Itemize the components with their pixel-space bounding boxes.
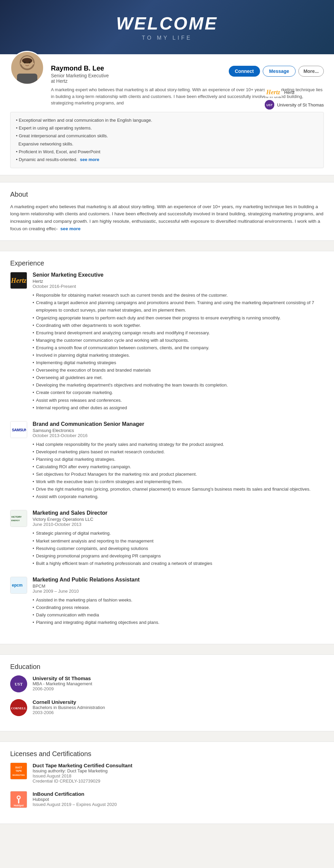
victory-logo-text: VICTORY ENERGY — [11, 510, 27, 527]
banner-subtitle: TO MY LIFE — [142, 35, 192, 41]
edu-content-ust: University of St Thomas MBA - Marketing … — [33, 675, 92, 692]
exp-item-victory: VICTORY ENERGY Marketing and Sales Direc… — [10, 510, 324, 567]
hertz-exp-logo-text: Hertz — [11, 272, 27, 289]
svg-text:epcm: epcm — [12, 583, 22, 588]
cert-item-hubspot: HubSpot InBound Certification Hubspot Is… — [10, 791, 324, 808]
svg-text:VICTORY: VICTORY — [11, 516, 22, 518]
bullet-item: Designing promotional programs and devel… — [33, 552, 324, 560]
university-logo: UST — [265, 100, 274, 110]
cert-issuer-duct: Issuing authority: Duct Tape Marketing — [33, 768, 132, 773]
svg-text:ENERGY: ENERGY — [11, 519, 20, 521]
skill-4: Expansive networking skills. — [16, 140, 318, 148]
experience-section: Experience Hertz Senior Marketing Execut… — [0, 251, 334, 644]
bullet-item: Set objectives for Product Managers for … — [33, 471, 324, 478]
certifications-section: Licenses and Certifications DUCT TAPE MA… — [0, 742, 334, 824]
exp-role-epcm: Marketing And Public Relations Assistant — [33, 577, 324, 583]
samsung-logo-text: SAMSUNG — [11, 421, 27, 438]
epcm-logo-text: epcm — [11, 577, 27, 593]
exp-role-victory: Marketing and Sales Director — [33, 510, 324, 516]
exp-bullets-victory: Strategic planning of digital marketing.… — [33, 530, 324, 567]
exp-bullets-hertz: Responsible for obtaining market researc… — [33, 292, 324, 412]
svg-text:MARKETING: MARKETING — [13, 774, 25, 776]
more-button[interactable]: More... — [298, 66, 324, 77]
exp-content-epcm: Marketing And Public Relations Assistant… — [33, 577, 324, 626]
see-more-skills[interactable]: see more — [80, 157, 99, 162]
skill-6: • Dynamic and results-oriented. see more — [16, 156, 318, 163]
hertz-name: Hertz — [284, 90, 295, 95]
profile-card: Raymond B. Lee Senior Marketing Executiv… — [0, 54, 334, 175]
exp-company-epcm: BPCM — [33, 584, 324, 589]
svg-text:UST: UST — [15, 682, 22, 687]
bullet-item: Managing the customer communication cycl… — [33, 337, 324, 344]
banner: WELCOME TO MY LIFE — [0, 0, 334, 54]
see-more-about[interactable]: see more — [60, 226, 80, 231]
svg-rect-4 — [20, 63, 21, 64]
svg-rect-5 — [33, 63, 34, 64]
bullet-item: Developed marketing plans based on marke… — [33, 448, 324, 456]
samsung-exp-logo: SAMSUNG — [10, 421, 27, 438]
svg-rect-25 — [18, 799, 19, 804]
bullet-item: Implementing digital marketing strategie… — [33, 359, 324, 367]
exp-role-hertz: Senior Marketing Executive — [33, 272, 324, 278]
ust-edu-logo: UST — [10, 675, 27, 692]
bullet-item: Organizing appropriate teams to perform … — [33, 314, 324, 322]
exp-bullets-samsung: Had complete responsibility for the year… — [33, 441, 324, 501]
edu-school-cornell: Cornell University — [33, 699, 105, 705]
profile-company: at Hertz — [51, 78, 324, 84]
exp-date-samsung: October 2013-October 2016 — [33, 433, 324, 438]
bullet-item: Internal reporting and other duties as a… — [33, 404, 324, 412]
bullet-item: Resolving customer complaints, and devel… — [33, 545, 324, 552]
exp-role-samsung: Brand and Communication Senior Manager — [33, 421, 324, 427]
bullet-item: Responsible for obtaining market researc… — [33, 292, 324, 299]
company-hertz[interactable]: Hertz Hertz — [265, 88, 324, 97]
exp-item-samsung: SAMSUNG Brand and Communication Senior M… — [10, 421, 324, 501]
company-university[interactable]: UST University of St Thomas — [265, 100, 324, 110]
svg-text:CORNELL: CORNELL — [11, 707, 26, 710]
bullet-item: Calculating ROI after every marketing ca… — [33, 463, 324, 471]
bullet-item: Planning and integrating digital marketi… — [33, 619, 324, 626]
exp-date-epcm: June 2009 – June 2010 — [33, 589, 324, 594]
svg-point-24 — [18, 796, 20, 798]
cert-issuer-hubspot: Hubspot — [33, 797, 117, 802]
bullet-item: Assist with corporate marketing. — [33, 493, 324, 500]
bullet-item: Market sentiment analysis and reporting … — [33, 537, 324, 545]
message-button[interactable]: Message — [263, 66, 296, 77]
svg-text:UST: UST — [266, 103, 273, 107]
bullet-item: Assisted in the marketing plans of fashi… — [33, 596, 324, 604]
bullet-item: Developing the marketing department's ob… — [33, 381, 324, 389]
skill-5: • Proficient in Word, Excel, and PowerPo… — [16, 148, 318, 156]
education-title: Education — [10, 663, 324, 671]
cert-date-hubspot: Issued August 2019 – Expires August 2020 — [33, 802, 117, 807]
svg-rect-1 — [17, 74, 37, 84]
bullet-item: Coordinating press release. — [33, 604, 324, 611]
gap-3 — [0, 648, 334, 651]
experience-title: Experience — [10, 259, 324, 267]
connect-button[interactable]: Connect — [229, 66, 260, 77]
svg-point-7 — [29, 61, 31, 63]
victory-exp-logo: VICTORY ENERGY — [10, 510, 27, 527]
skill-1: • Exceptional written and oral communica… — [16, 116, 318, 124]
about-text: A marketing expert who believes that mar… — [10, 203, 324, 232]
exp-bullets-epcm: Assisted in the marketing plans of fashi… — [33, 596, 324, 626]
edu-degree-ust: MBA - Marketing Management — [33, 681, 92, 686]
bullet-item: Had complete responsibility for the year… — [33, 441, 324, 448]
cert-item-duct: DUCT TAPE MARKETING Duct Tape Marketing … — [10, 763, 324, 784]
exp-content-samsung: Brand and Communication Senior Manager S… — [33, 421, 324, 501]
exp-item-hertz: Hertz Senior Marketing Executive Hertz O… — [10, 272, 324, 412]
edu-years-cornell: 2003-2006 — [33, 710, 105, 715]
bullet-item: Coordinating with other departments to w… — [33, 322, 324, 329]
bullet-item: Overseeing all guidelines are met. — [33, 374, 324, 381]
cert-id-duct: Credential ID CREDLY-102739029 — [33, 778, 132, 784]
bullet-item: Creating a target audience and planning … — [33, 299, 324, 314]
hubspot-logo-text: HubSpot — [11, 791, 27, 808]
exp-company-hertz: Hertz — [33, 279, 324, 284]
exp-date-victory: June 2010-October 2013 — [33, 522, 324, 527]
bullet-item: Daily communication with media — [33, 611, 324, 619]
svg-text:SAMSUNG: SAMSUNG — [12, 428, 26, 432]
about-section: About A marketing expert who believes th… — [0, 182, 334, 241]
edu-content-cornell: Cornell University Bachelors in Business… — [33, 699, 105, 716]
banner-title: WELCOME — [116, 13, 218, 34]
duct-cert-logo: DUCT TAPE MARKETING — [10, 763, 27, 780]
exp-item-epcm: epcm Marketing And Public Relations Assi… — [10, 577, 324, 626]
bullet-item: Ensuring brand development and analyzing… — [33, 329, 324, 337]
